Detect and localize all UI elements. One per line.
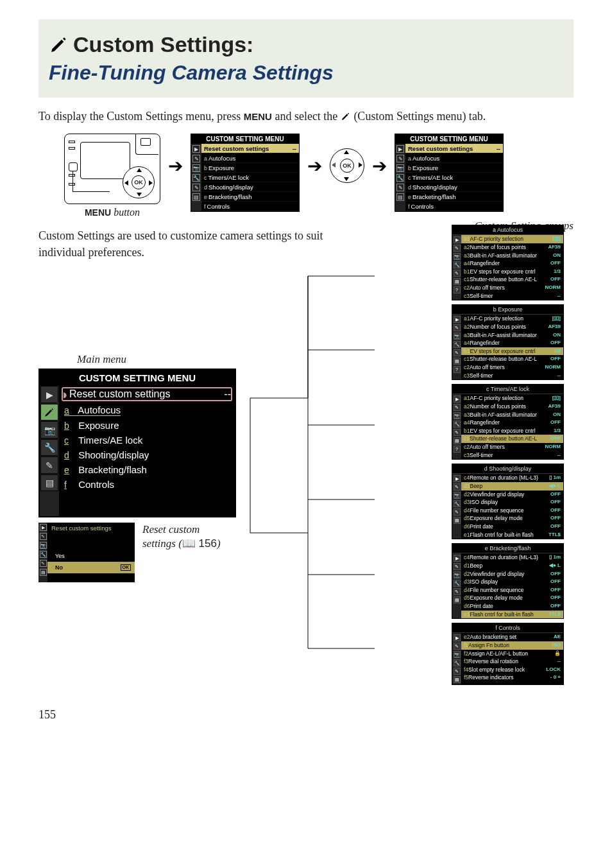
menu-item-a: aAutofocus <box>201 153 299 163</box>
large-menu-reset: ◗Reset custom settings -- <box>62 387 232 401</box>
reset-no: NoOK <box>47 562 135 573</box>
lcd-small-1: CUSTOM SETTING MENU ▶✎📷🔧✎▤ Reset custom … <box>191 134 300 212</box>
menu-item-b: bExposure <box>201 163 299 173</box>
large-menu-d: d Shooting/display <box>59 447 235 462</box>
lcd-large-main-menu: CUSTOM SETTING MENU ▶ 📷 🔧 ✎ ▤ ◗Reset cus… <box>38 369 236 517</box>
lcd-title: CUSTOM SETTING MENU <box>191 134 299 144</box>
lcd-small-2: CUSTOM SETTING MENU ▶✎📷🔧✎▤ Reset custom … <box>395 134 504 212</box>
pencil-icon <box>49 34 69 60</box>
group-panel-d: d Shooting/display ▶✎📷🔧✎▤ c4Remote on du… <box>452 464 564 539</box>
arrow-icon: ➔ <box>168 155 183 177</box>
group-panel-c: c Timers/AE lock ▶✎📷🔧✎▤? a1AF-C priority… <box>452 384 564 460</box>
menu-item-c: cTimers/AE lock <box>201 173 299 182</box>
large-menu-a: a Autofocus <box>59 403 235 418</box>
dpad-standalone: OK <box>330 148 364 183</box>
group-panel-a: a Autofocus ▶✎📷🔧✎▤? a1AF-C priority sele… <box>452 225 564 300</box>
large-menu-e: e Bracketing/flash <box>59 462 235 477</box>
title-line1: Custom Settings: <box>73 32 253 56</box>
arrow-icon-3: ➔ <box>372 155 387 177</box>
menu-item-reset: Reset custom settings-- <box>201 144 299 153</box>
title-block: Custom Settings: Fine-Tuning Camera Sett… <box>38 19 574 98</box>
title-line2: Fine-Tuning Camera Settings <box>49 61 563 85</box>
group-panel-b: b Exposure ▶✎📷🔧✎▤? a1AF-C priority selec… <box>452 304 564 380</box>
intro-post: (Custom Settings menu) tab. <box>351 110 486 123</box>
diagram-row: OK MENU button ➔ CUSTOM SETTING MENU ▶✎📷… <box>64 134 574 217</box>
intro-mid: and select the <box>272 110 341 123</box>
ok-button-icon: OK <box>132 175 146 189</box>
menu-item-d: dShooting/display <box>201 182 299 192</box>
large-menu-b: b Exposure <box>59 418 235 433</box>
intro-pre: To display the Custom Settings menu, pre… <box>38 110 244 123</box>
connector-lines <box>308 263 439 689</box>
lcd-large-title: CUSTOM SETTING MENU <box>40 370 235 386</box>
intro-menu-word: MENU <box>244 111 272 122</box>
group-panel-e: e Bracketing/flash ▶✎📷🔧✎▤ c4Remote on du… <box>452 543 564 619</box>
large-menu-c: c Timers/AE lock <box>59 433 235 447</box>
reset-caption: Reset custom settings (📖 156) <box>142 523 221 551</box>
intro-paragraph: To display the Custom Settings menu, pre… <box>38 108 574 125</box>
group-panel-f: f Controls ▶✎📷🔧✎▤ e2Auto bracketing setA… <box>452 623 564 685</box>
pencil-inline-icon <box>341 110 351 123</box>
arrow-icon-2: ➔ <box>307 155 322 177</box>
lcd-reset-dialog: ▶✎📷🔧✎▤ Reset custom settings Yes NoOK <box>38 523 135 582</box>
camera-caption: MENU button <box>64 207 160 218</box>
large-menu-f: f Controls <box>59 477 235 492</box>
menu-item-f: fControls <box>201 202 299 211</box>
dpad-icon: OK <box>123 166 155 198</box>
camera-diagram: OK MENU button <box>64 134 160 217</box>
reset-yes: Yes <box>47 550 135 562</box>
menu-item-e: eBracketing/flash <box>201 192 299 202</box>
caption-menu-word: MENU <box>85 207 111 218</box>
group-panels: a Autofocus ▶✎📷🔧✎▤? a1AF-C priority sele… <box>452 225 574 689</box>
lcd-sidebar-icons: ▶✎📷🔧✎▤ <box>191 144 201 211</box>
caption-btn-word: button <box>111 207 140 218</box>
menu-item-reset-2: Reset custom settings-- <box>405 144 503 153</box>
camera-menu-button-icon <box>69 162 78 171</box>
reset-dialog-title: Reset custom settings <box>47 523 135 534</box>
ok-button-icon-2: OK <box>340 159 354 173</box>
lcd-title-2: CUSTOM SETTING MENU <box>395 134 503 144</box>
paragraph-2: Custom Settings are used to customize ca… <box>38 227 372 261</box>
